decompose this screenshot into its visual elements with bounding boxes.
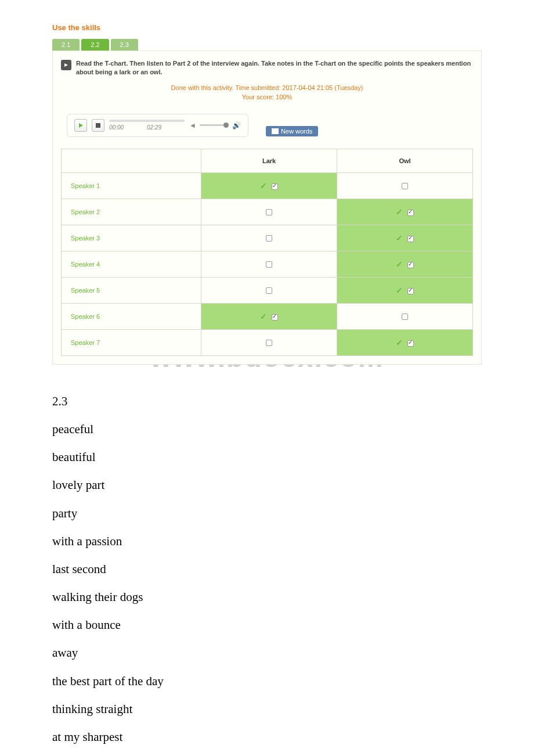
text-item: away bbox=[52, 639, 482, 666]
status-line-1: Done with this activity. Time submitted:… bbox=[171, 84, 363, 91]
tab-2-2[interactable]: 2.2 bbox=[81, 39, 109, 51]
lark-cell bbox=[201, 277, 337, 303]
new-words-button[interactable]: New words bbox=[266, 126, 318, 136]
instruction-text: Read the T-chart. Then listen to Part 2 … bbox=[76, 59, 473, 77]
lark-cell: ✓ bbox=[201, 172, 337, 199]
check-mark-icon: ✓ bbox=[396, 207, 403, 217]
check-mark-icon: ✓ bbox=[260, 181, 267, 190]
text-item: last second bbox=[52, 556, 482, 582]
tab-2-1[interactable]: 2.1 bbox=[52, 39, 80, 51]
owl-cell: ✓ bbox=[337, 277, 473, 303]
volume-control[interactable]: ◄ 🔊 bbox=[189, 121, 241, 129]
speaker-cell: Speaker 6 bbox=[62, 303, 201, 329]
lark-cell bbox=[201, 199, 337, 225]
audio-current-time: 00:00 bbox=[109, 124, 124, 131]
text-item: lovely part bbox=[52, 471, 482, 498]
checkbox[interactable] bbox=[402, 183, 408, 189]
volume-slider[interactable] bbox=[200, 124, 229, 126]
text-section: 2.3 peacefulbeautifullovely partpartywit… bbox=[0, 376, 534, 756]
check-mark-icon: ✓ bbox=[260, 312, 267, 321]
text-item: with a passion bbox=[52, 528, 482, 555]
checkbox[interactable] bbox=[272, 314, 278, 321]
lark-cell bbox=[201, 329, 337, 355]
subsection-heading: 2.3 bbox=[52, 388, 482, 415]
checkbox[interactable] bbox=[272, 183, 278, 190]
text-item: with a bounce bbox=[52, 611, 482, 638]
listen-icon bbox=[61, 60, 71, 70]
table-row: Speaker 2✓ bbox=[62, 199, 473, 225]
speaker-cell: Speaker 4 bbox=[62, 251, 201, 277]
activity-container: www.bdocx.com Use the skills 2.1 2.2 2.3… bbox=[0, 12, 534, 376]
table-row: Speaker 7✓ bbox=[62, 329, 473, 355]
lark-cell bbox=[201, 225, 337, 251]
checkbox[interactable] bbox=[407, 340, 414, 347]
speaker-cell: Speaker 2 bbox=[62, 199, 201, 225]
checkbox[interactable] bbox=[407, 210, 414, 216]
svg-rect-0 bbox=[96, 123, 100, 128]
section-title: Use the skills bbox=[52, 23, 482, 32]
text-item: party bbox=[52, 500, 482, 527]
text-item: at my sharpest bbox=[52, 723, 482, 750]
stop-button[interactable] bbox=[92, 119, 104, 132]
status-text: Done with this activity. Time submitted:… bbox=[61, 83, 473, 102]
table-row: Speaker 1✓ bbox=[62, 172, 473, 199]
speaker-cell: Speaker 7 bbox=[62, 329, 201, 355]
audio-player: 00:00 02:29 ◄ 🔊 bbox=[67, 114, 248, 137]
text-item: the best part of the day bbox=[52, 668, 482, 694]
volume-down-icon: ◄ bbox=[189, 121, 196, 129]
checkbox[interactable] bbox=[402, 314, 408, 320]
checkbox[interactable] bbox=[407, 288, 414, 294]
instruction-row: Read the T-chart. Then listen to Part 2 … bbox=[61, 59, 473, 77]
tabs-bar: 2.1 2.2 2.3 bbox=[52, 39, 482, 51]
owl-cell: ✓ bbox=[337, 199, 473, 225]
owl-cell bbox=[337, 303, 473, 329]
text-item: walking their dogs bbox=[52, 584, 482, 610]
play-button[interactable] bbox=[74, 119, 87, 132]
table-row: Speaker 5✓ bbox=[62, 277, 473, 303]
speaker-cell: Speaker 1 bbox=[62, 172, 201, 199]
check-mark-icon: ✓ bbox=[396, 233, 403, 243]
checkbox[interactable] bbox=[407, 262, 414, 268]
audio-progress[interactable] bbox=[109, 120, 185, 122]
status-line-2: Your score: 100% bbox=[242, 93, 292, 100]
lark-cell bbox=[201, 251, 337, 277]
text-item: peaceful bbox=[52, 416, 482, 442]
owl-cell bbox=[337, 172, 473, 199]
th-empty bbox=[62, 149, 201, 172]
checkbox[interactable] bbox=[266, 209, 272, 215]
table-row: Speaker 3✓ bbox=[62, 225, 473, 251]
text-item: thinking straight bbox=[52, 696, 482, 722]
audio-time: 00:00 02:29 bbox=[109, 124, 185, 131]
owl-cell: ✓ bbox=[337, 329, 473, 355]
checkbox[interactable] bbox=[266, 235, 272, 242]
check-mark-icon: ✓ bbox=[396, 286, 403, 295]
checkbox[interactable] bbox=[266, 287, 272, 294]
table-row: Speaker 4✓ bbox=[62, 251, 473, 277]
new-words-label: New words bbox=[281, 128, 312, 135]
volume-up-icon: 🔊 bbox=[232, 121, 241, 129]
lark-cell: ✓ bbox=[201, 303, 337, 329]
speaker-cell: Speaker 5 bbox=[62, 277, 201, 303]
owl-cell: ✓ bbox=[337, 225, 473, 251]
table-row: Speaker 6✓ bbox=[62, 303, 473, 329]
checkbox[interactable] bbox=[407, 236, 414, 242]
tab-2-3[interactable]: 2.3 bbox=[111, 39, 138, 51]
owl-cell: ✓ bbox=[337, 251, 473, 277]
check-mark-icon: ✓ bbox=[396, 260, 403, 269]
check-mark-icon: ✓ bbox=[396, 338, 403, 347]
checkbox[interactable] bbox=[266, 340, 272, 346]
th-owl: Owl bbox=[337, 149, 473, 172]
audio-duration: 02:29 bbox=[147, 124, 161, 131]
speaker-cell: Speaker 3 bbox=[62, 225, 201, 251]
t-chart-table: Lark Owl Speaker 1✓Speaker 2✓Speaker 3✓S… bbox=[61, 149, 473, 356]
text-item: beautiful bbox=[52, 444, 482, 470]
content-box: Read the T-chart. Then listen to Part 2 … bbox=[52, 51, 482, 365]
checkbox[interactable] bbox=[266, 261, 272, 268]
th-lark: Lark bbox=[201, 149, 337, 172]
